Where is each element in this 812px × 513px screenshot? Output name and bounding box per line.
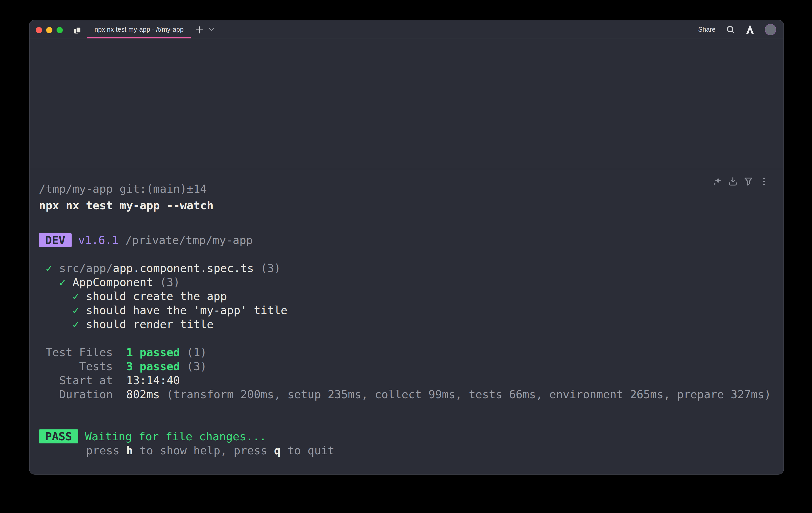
terminal-line: ✓ should create the app	[39, 289, 774, 303]
terminal-text-segment: 1 passed	[126, 346, 180, 359]
terminal-text-segment: Duration	[39, 388, 126, 401]
terminal-line	[39, 247, 774, 261]
check-icon: ✓	[39, 318, 86, 331]
terminal-line: ✓ should have the 'my-app' title	[39, 303, 774, 317]
terminal-text-segment: 802ms	[126, 388, 160, 401]
zoom-button[interactable]	[57, 27, 63, 33]
terminal-text-segment: to quit	[281, 444, 335, 457]
terminal-output: DEV v1.6.1 /private/tmp/my-app ✓ src/app…	[39, 233, 774, 457]
tab-active[interactable]: npx nx test my-app - /t/my-app	[87, 20, 191, 38]
titlebar-right-controls: Share	[698, 20, 776, 38]
terminal-text-segment: app.component.spec.ts	[113, 262, 254, 275]
terminal-text-segment: (1)	[180, 346, 207, 359]
pass-badge: PASS	[39, 429, 78, 443]
sparkles-icon[interactable]	[713, 177, 722, 186]
filter-icon[interactable]	[744, 177, 753, 186]
terminal-line: press h to show help, press q to quit	[39, 443, 774, 457]
close-button[interactable]	[36, 27, 42, 33]
shell-prompt: /tmp/my-app git:(main)±14	[39, 182, 774, 196]
check-icon: ✓	[39, 276, 72, 289]
chevron-down-icon[interactable]	[206, 23, 216, 36]
terminal-text-segment: q	[274, 444, 281, 457]
terminal-line: Start at 13:14:40	[39, 373, 774, 387]
download-icon[interactable]	[728, 177, 737, 186]
terminal-text-segment	[71, 234, 78, 247]
check-icon: ✓	[39, 304, 86, 317]
terminal-text-segment: /private/tmp/my-app	[119, 234, 253, 247]
terminal-text-segment: 3 passed	[126, 360, 180, 373]
terminal-text-segment: Start at	[39, 374, 126, 387]
terminal-text-segment: (3)	[254, 262, 281, 275]
terminal-text-segment: v1.6.1	[78, 234, 119, 247]
terminal-text-segment	[78, 430, 85, 443]
terminal-text-segment: 13:14:40	[126, 374, 180, 387]
terminal-text-segment: Test Files	[39, 346, 126, 359]
terminal-text-segment: to show help, press	[133, 444, 274, 457]
tab-active-indicator	[87, 37, 191, 38]
terminal-line: DEV v1.6.1 /private/tmp/my-app	[39, 233, 774, 247]
scrollback-area	[30, 38, 783, 169]
terminal-text-segment: (transform 200ms, setup 235ms, collect 9…	[160, 388, 771, 401]
terminal-text-segment: should render title	[86, 318, 213, 331]
terminal-text-segment: press	[39, 444, 126, 457]
tab-title: npx nx test my-app - /t/my-app	[94, 26, 184, 33]
block-toolbar	[713, 177, 768, 186]
check-icon: ✓	[39, 262, 59, 275]
avatar[interactable]	[765, 24, 776, 35]
warp-logo-icon[interactable]	[746, 24, 754, 34]
share-button[interactable]: Share	[698, 26, 716, 33]
terminal-line: Tests 3 passed (3)	[39, 359, 774, 373]
traffic-lights	[36, 27, 63, 33]
terminal-window: npx nx test my-app - /t/my-app Share	[29, 20, 784, 475]
terminal-line: ✓ src/app/app.component.spec.ts (3)	[39, 261, 774, 275]
title-bar: npx nx test my-app - /t/my-app Share	[30, 20, 783, 38]
new-tab-button[interactable]	[193, 23, 205, 36]
terminal-line	[39, 401, 774, 415]
minimize-button[interactable]	[46, 27, 52, 33]
terminal-text-segment: Tests	[39, 360, 126, 373]
terminal-line: Test Files 1 passed (1)	[39, 345, 774, 359]
terminal-text-segment: h	[126, 444, 133, 457]
terminal-text-segment: src/app/	[59, 262, 113, 275]
terminal-line	[39, 415, 774, 429]
terminal-text-segment: AppComponent	[72, 276, 153, 289]
terminal-line: PASS Waiting for file changes...	[39, 429, 774, 443]
tab-switcher-icon[interactable]	[74, 27, 81, 34]
desktop: npx nx test my-app - /t/my-app Share	[0, 0, 812, 513]
command-block: /tmp/my-app git:(main)±14 npx nx test my…	[30, 169, 783, 457]
terminal-line: Duration 802ms (transform 200ms, setup 2…	[39, 387, 774, 401]
terminal-line	[39, 331, 774, 345]
terminal-line: ✓ AppComponent (3)	[39, 275, 774, 289]
search-icon[interactable]	[726, 25, 735, 34]
terminal-text-segment: Waiting for file changes...	[85, 430, 266, 443]
command-text[interactable]: npx nx test my-app --watch	[39, 198, 774, 212]
terminal-text-segment: (3)	[180, 360, 207, 373]
terminal-line: ✓ should render title	[39, 317, 774, 331]
terminal-text-segment: should have the 'my-app' title	[86, 304, 287, 317]
kebab-menu-icon[interactable]	[759, 177, 768, 186]
terminal-text-segment: should create the app	[86, 290, 227, 303]
dev-badge: DEV	[39, 233, 71, 247]
check-icon: ✓	[39, 290, 86, 303]
terminal-text-segment: (3)	[153, 276, 180, 289]
